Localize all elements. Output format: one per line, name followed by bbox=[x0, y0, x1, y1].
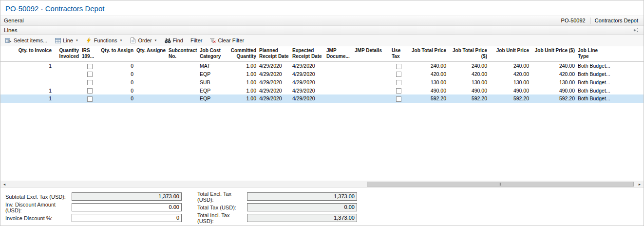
fasttab-lines[interactable]: Lines bbox=[0, 25, 644, 35]
column-header-committed_quantity[interactable]: CommittedQuantity bbox=[228, 46, 258, 62]
cell-qty_assigned[interactable] bbox=[135, 78, 167, 86]
table-row[interactable]: 10EQP1.004/29/20204/29/2020490.00490.004… bbox=[0, 86, 644, 94]
use_tax-checkbox[interactable] bbox=[396, 88, 401, 94]
cell-job_unit_price_usd[interactable]: 592.20 bbox=[530, 94, 576, 103]
cell-expected_receipt_date[interactable]: 4/29/2020 bbox=[291, 70, 325, 78]
cell-job_unit_price_usd[interactable]: 130.00 bbox=[530, 78, 576, 86]
cell-jmp_document[interactable] bbox=[325, 94, 353, 103]
column-header-qty_to_assign[interactable]: Qty. to Assign bbox=[99, 46, 135, 62]
cell-qty_to_assign[interactable]: 0 bbox=[99, 70, 135, 78]
column-header-subcontract_no[interactable]: SubcontractNo. bbox=[167, 46, 198, 62]
column-header-quantity_invoiced[interactable]: QuantityInvoiced bbox=[53, 46, 80, 62]
cell-use_tax[interactable] bbox=[390, 70, 407, 78]
column-header-job_total_price_usd[interactable]: Job Total Price($) bbox=[448, 46, 489, 62]
toolbar-button-functions[interactable]: Functions▼ bbox=[83, 37, 126, 44]
use_tax-checkbox[interactable] bbox=[396, 80, 401, 85]
cell-jmp_details[interactable] bbox=[353, 94, 390, 103]
cell-job_total_price[interactable]: 130.00 bbox=[407, 78, 448, 86]
cell-qty_to_assign[interactable]: 0 bbox=[99, 78, 135, 86]
cell-committed_quantity[interactable]: 1.00 bbox=[228, 78, 258, 86]
cell-jmp_details[interactable] bbox=[353, 70, 390, 78]
cell-subcontract_no[interactable] bbox=[167, 86, 198, 94]
cell-job_unit_price_usd[interactable]: 240.00 bbox=[530, 62, 576, 70]
irs_1099-checkbox[interactable] bbox=[87, 96, 93, 102]
cell-job_total_price_usd[interactable]: 420.00 bbox=[448, 70, 489, 78]
irs_1099-checkbox[interactable] bbox=[87, 72, 93, 77]
scroll-right-arrow-icon[interactable]: ► bbox=[636, 181, 643, 187]
table-row[interactable]: 10EQP1.004/29/20204/29/2020592.20592.205… bbox=[0, 94, 644, 103]
cell-irs_1099[interactable] bbox=[80, 70, 99, 78]
column-header-irs_1099[interactable]: IRS109... bbox=[80, 46, 99, 62]
cell-job_total_price_usd[interactable]: 130.00 bbox=[448, 78, 489, 86]
cell-qty_to_assign[interactable]: 0 bbox=[99, 94, 135, 103]
column-header-job_total_price[interactable]: Job Total Price bbox=[407, 46, 448, 62]
cell-qty_assigned[interactable] bbox=[135, 94, 167, 103]
cell-qty_assigned[interactable] bbox=[135, 86, 167, 94]
toolbar-button-clear-filter[interactable]: Clear Filter bbox=[207, 37, 247, 44]
cell-qty_to_invoice[interactable] bbox=[8, 78, 53, 86]
cell-expected_receipt_date[interactable]: 4/29/2020 bbox=[291, 62, 325, 70]
cell-job_line_type[interactable]: Both Budget... bbox=[576, 94, 614, 103]
cell-committed_quantity[interactable]: 1.00 bbox=[228, 94, 258, 103]
cell-job_total_price_usd[interactable]: 490.00 bbox=[448, 86, 489, 94]
hscrollbar[interactable]: ◄ ► bbox=[0, 181, 644, 188]
cell-committed_quantity[interactable]: 1.00 bbox=[228, 62, 258, 70]
cell-job_total_price[interactable]: 592.20 bbox=[407, 94, 448, 103]
cell-job_unit_price_usd[interactable]: 420.00 bbox=[530, 70, 576, 78]
irs_1099-checkbox[interactable] bbox=[87, 64, 93, 69]
fasttab-general[interactable]: General PO-50092 Contractors Depot bbox=[0, 16, 644, 25]
cell-job_unit_price_usd[interactable]: 490.00 bbox=[530, 86, 576, 94]
cell-expected_receipt_date[interactable]: 4/29/2020 bbox=[291, 78, 325, 86]
cell-qty_assigned[interactable] bbox=[135, 70, 167, 78]
cell-job_total_price_usd[interactable]: 592.20 bbox=[448, 94, 489, 103]
cell-expected_receipt_date[interactable]: 4/29/2020 bbox=[291, 94, 325, 103]
cell-job_total_price[interactable]: 490.00 bbox=[407, 86, 448, 94]
hscroll-thumb[interactable] bbox=[367, 182, 634, 187]
cell-jmp_document[interactable] bbox=[325, 78, 353, 86]
table-row[interactable]: 0SUB1.004/29/20204/29/2020130.00130.0013… bbox=[0, 78, 644, 86]
inv-discount-amount-field[interactable]: 0.00 bbox=[72, 203, 182, 211]
cell-job_cost_category[interactable]: EQP bbox=[198, 94, 228, 103]
cell-qty_assigned[interactable] bbox=[135, 62, 167, 70]
cell-planned_receipt_date[interactable]: 4/29/2020 bbox=[258, 70, 291, 78]
toolbar-button-filter[interactable]: Filter bbox=[188, 37, 205, 44]
cell-jmp_details[interactable] bbox=[353, 78, 390, 86]
cell-qty_to_invoice[interactable]: 1 bbox=[8, 94, 53, 103]
cell-expected_receipt_date[interactable]: 4/29/2020 bbox=[291, 86, 325, 94]
cell-job_total_price_usd[interactable]: 240.00 bbox=[448, 62, 489, 70]
cell-qty_to_invoice[interactable]: 1 bbox=[8, 86, 53, 94]
cell-irs_1099[interactable] bbox=[80, 62, 99, 70]
cell-job_total_price[interactable]: 420.00 bbox=[407, 70, 448, 78]
column-header-job_cost_category[interactable]: Job CostCategory bbox=[198, 46, 228, 62]
cell-job_unit_price[interactable]: 240.00 bbox=[489, 62, 530, 70]
cell-job_unit_price[interactable]: 592.20 bbox=[489, 94, 530, 103]
cell-subcontract_no[interactable] bbox=[167, 78, 198, 86]
cell-jmp_details[interactable] bbox=[353, 86, 390, 94]
cell-use_tax[interactable] bbox=[390, 62, 407, 70]
column-header-job_unit_price[interactable]: Job Unit Price bbox=[489, 46, 530, 62]
column-header-use_tax[interactable]: UseTax bbox=[390, 46, 407, 62]
cell-planned_receipt_date[interactable]: 4/29/2020 bbox=[258, 62, 291, 70]
use_tax-checkbox[interactable] bbox=[396, 96, 401, 102]
column-header-jmp_details[interactable]: JMP Details bbox=[353, 46, 390, 62]
cell-subcontract_no[interactable] bbox=[167, 70, 198, 78]
cell-job_line_type[interactable]: Both Budget... bbox=[576, 62, 614, 70]
cell-job_line_type[interactable]: Both Budget... bbox=[576, 78, 614, 86]
cell-committed_quantity[interactable]: 1.00 bbox=[228, 70, 258, 78]
cell-quantity_invoiced[interactable] bbox=[53, 62, 80, 70]
cell-jmp_document[interactable] bbox=[325, 86, 353, 94]
cell-planned_receipt_date[interactable]: 4/29/2020 bbox=[258, 78, 291, 86]
column-header-job_unit_price_usd[interactable]: Job Unit Price ($) bbox=[530, 46, 576, 62]
cell-quantity_invoiced[interactable] bbox=[53, 94, 80, 103]
toolbar-button-line[interactable]: Line▼ bbox=[52, 37, 81, 44]
cell-jmp_details[interactable] bbox=[353, 62, 390, 70]
column-header-qty_to_invoice[interactable]: Qty. to Invoice bbox=[8, 46, 53, 62]
cell-jmp_document[interactable] bbox=[325, 62, 353, 70]
table-row[interactable]: 0EQP1.004/29/20204/29/2020420.00420.0042… bbox=[0, 70, 644, 78]
cell-qty_to_invoice[interactable]: 1 bbox=[8, 62, 53, 70]
cell-job_cost_category[interactable]: SUB bbox=[198, 78, 228, 86]
cell-job_line_type[interactable]: Both Budget... bbox=[576, 70, 614, 78]
cell-job_line_type[interactable]: Both Budget... bbox=[576, 86, 614, 94]
cell-use_tax[interactable] bbox=[390, 94, 407, 103]
irs_1099-checkbox[interactable] bbox=[87, 80, 93, 85]
